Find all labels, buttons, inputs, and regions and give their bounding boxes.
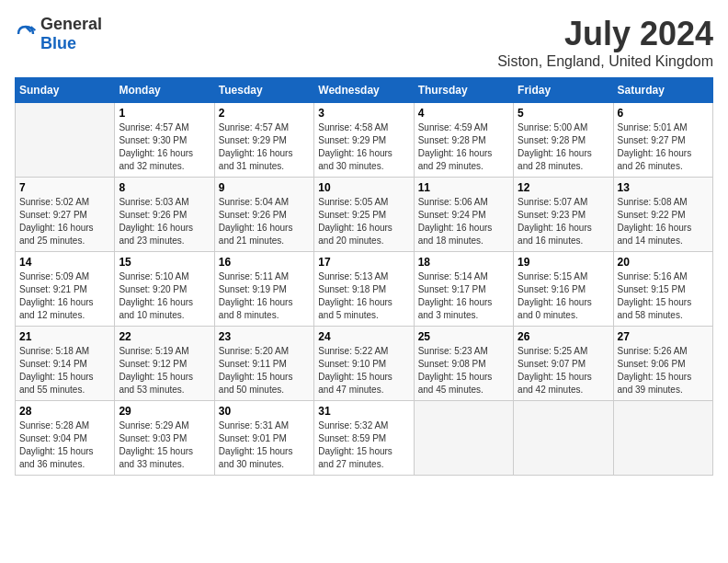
calendar-cell: 10Sunrise: 5:05 AM Sunset: 9:25 PM Dayli… — [314, 178, 414, 252]
day-info: Sunrise: 4:57 AM Sunset: 9:30 PM Dayligh… — [119, 121, 210, 173]
day-info: Sunrise: 4:59 AM Sunset: 9:28 PM Dayligh… — [418, 121, 509, 173]
day-info: Sunrise: 5:03 AM Sunset: 9:26 PM Dayligh… — [119, 196, 210, 247]
day-info: Sunrise: 5:01 AM Sunset: 9:27 PM Dayligh… — [618, 121, 709, 173]
day-number: 26 — [518, 330, 609, 343]
day-number: 20 — [618, 256, 709, 269]
calendar-cell: 5Sunrise: 5:00 AM Sunset: 9:28 PM Daylig… — [514, 103, 613, 178]
calendar-cell: 17Sunrise: 5:13 AM Sunset: 9:18 PM Dayli… — [314, 252, 414, 327]
calendar-cell: 27Sunrise: 5:26 AM Sunset: 9:06 PM Dayli… — [613, 327, 712, 401]
day-number: 17 — [318, 256, 409, 269]
calendar-cell: 28Sunrise: 5:28 AM Sunset: 9:04 PM Dayli… — [16, 401, 115, 476]
calendar-cell — [514, 401, 613, 476]
calendar-cell: 2Sunrise: 4:57 AM Sunset: 9:29 PM Daylig… — [214, 103, 313, 178]
day-info: Sunrise: 5:20 AM Sunset: 9:11 PM Dayligh… — [219, 345, 310, 396]
day-number: 25 — [418, 330, 509, 343]
day-info: Sunrise: 4:57 AM Sunset: 9:29 PM Dayligh… — [219, 121, 310, 173]
logo-icon — [15, 23, 37, 45]
header-day-tuesday: Tuesday — [214, 78, 313, 103]
day-number: 24 — [318, 330, 409, 343]
day-number: 27 — [618, 330, 709, 343]
day-number: 11 — [418, 181, 509, 194]
day-info: Sunrise: 5:15 AM Sunset: 9:16 PM Dayligh… — [518, 270, 609, 322]
calendar-header: SundayMondayTuesdayWednesdayThursdayFrid… — [16, 78, 713, 103]
calendar-cell: 16Sunrise: 5:11 AM Sunset: 9:19 PM Dayli… — [214, 252, 313, 327]
calendar-cell: 20Sunrise: 5:16 AM Sunset: 9:15 PM Dayli… — [613, 252, 712, 327]
header-day-sunday: Sunday — [16, 78, 115, 103]
day-number: 18 — [418, 256, 509, 269]
week-row-1: 1Sunrise: 4:57 AM Sunset: 9:30 PM Daylig… — [16, 103, 713, 178]
calendar-cell: 24Sunrise: 5:22 AM Sunset: 9:10 PM Dayli… — [314, 327, 414, 401]
day-number: 19 — [518, 256, 609, 269]
week-row-4: 21Sunrise: 5:18 AM Sunset: 9:14 PM Dayli… — [16, 327, 713, 401]
day-info: Sunrise: 5:05 AM Sunset: 9:25 PM Dayligh… — [318, 196, 409, 247]
calendar-cell: 8Sunrise: 5:03 AM Sunset: 9:26 PM Daylig… — [115, 178, 214, 252]
calendar-cell: 3Sunrise: 4:58 AM Sunset: 9:29 PM Daylig… — [314, 103, 414, 178]
header-day-saturday: Saturday — [613, 78, 712, 103]
calendar-cell: 11Sunrise: 5:06 AM Sunset: 9:24 PM Dayli… — [414, 178, 513, 252]
calendar-cell: 29Sunrise: 5:29 AM Sunset: 9:03 PM Dayli… — [115, 401, 214, 476]
calendar-cell: 26Sunrise: 5:25 AM Sunset: 9:07 PM Dayli… — [514, 327, 613, 401]
day-info: Sunrise: 5:23 AM Sunset: 9:08 PM Dayligh… — [418, 345, 509, 396]
week-row-3: 14Sunrise: 5:09 AM Sunset: 9:21 PM Dayli… — [16, 252, 713, 327]
day-info: Sunrise: 5:11 AM Sunset: 9:19 PM Dayligh… — [219, 270, 310, 322]
calendar-cell: 4Sunrise: 4:59 AM Sunset: 9:28 PM Daylig… — [414, 103, 513, 178]
calendar-cell: 12Sunrise: 5:07 AM Sunset: 9:23 PM Dayli… — [514, 178, 613, 252]
day-number: 21 — [19, 330, 110, 343]
calendar-cell: 9Sunrise: 5:04 AM Sunset: 9:26 PM Daylig… — [214, 178, 313, 252]
day-info: Sunrise: 5:19 AM Sunset: 9:12 PM Dayligh… — [119, 345, 210, 396]
calendar-cell: 14Sunrise: 5:09 AM Sunset: 9:21 PM Dayli… — [16, 252, 115, 327]
calendar-cell: 15Sunrise: 5:10 AM Sunset: 9:20 PM Dayli… — [115, 252, 214, 327]
day-info: Sunrise: 5:02 AM Sunset: 9:27 PM Dayligh… — [19, 196, 110, 247]
title-area: July 2024 Siston, England, United Kingdo… — [497, 15, 713, 70]
day-number: 29 — [119, 405, 210, 418]
header: General Blue July 2024 Siston, England, … — [15, 15, 713, 70]
day-number: 3 — [318, 107, 409, 120]
header-row: SundayMondayTuesdayWednesdayThursdayFrid… — [16, 78, 713, 103]
day-number: 14 — [19, 256, 110, 269]
calendar-cell: 25Sunrise: 5:23 AM Sunset: 9:08 PM Dayli… — [414, 327, 513, 401]
day-number: 10 — [318, 181, 409, 194]
day-info: Sunrise: 5:06 AM Sunset: 9:24 PM Dayligh… — [418, 196, 509, 247]
calendar-cell: 1Sunrise: 4:57 AM Sunset: 9:30 PM Daylig… — [115, 103, 214, 178]
header-day-monday: Monday — [115, 78, 214, 103]
day-info: Sunrise: 5:09 AM Sunset: 9:21 PM Dayligh… — [19, 270, 110, 322]
month-title: July 2024 — [497, 15, 713, 53]
day-number: 7 — [19, 181, 110, 194]
calendar-cell: 30Sunrise: 5:31 AM Sunset: 9:01 PM Dayli… — [214, 401, 313, 476]
header-day-friday: Friday — [514, 78, 613, 103]
day-number: 4 — [418, 107, 509, 120]
day-info: Sunrise: 5:28 AM Sunset: 9:04 PM Dayligh… — [19, 419, 110, 471]
day-info: Sunrise: 5:16 AM Sunset: 9:15 PM Dayligh… — [618, 270, 709, 322]
day-number: 15 — [119, 256, 210, 269]
day-number: 9 — [219, 181, 310, 194]
week-row-2: 7Sunrise: 5:02 AM Sunset: 9:27 PM Daylig… — [16, 178, 713, 252]
calendar-cell: 23Sunrise: 5:20 AM Sunset: 9:11 PM Dayli… — [214, 327, 313, 401]
calendar-cell — [613, 401, 712, 476]
calendar-cell: 19Sunrise: 5:15 AM Sunset: 9:16 PM Dayli… — [514, 252, 613, 327]
day-info: Sunrise: 5:04 AM Sunset: 9:26 PM Dayligh… — [219, 196, 310, 247]
calendar-table: SundayMondayTuesdayWednesdayThursdayFrid… — [15, 77, 713, 476]
calendar-cell: 21Sunrise: 5:18 AM Sunset: 9:14 PM Dayli… — [16, 327, 115, 401]
day-number: 23 — [219, 330, 310, 343]
day-number: 28 — [19, 405, 110, 418]
location-title: Siston, England, United Kingdom — [497, 53, 713, 70]
day-number: 1 — [119, 107, 210, 120]
calendar-cell — [16, 103, 115, 178]
logo-text: General Blue — [40, 15, 102, 53]
day-info: Sunrise: 5:10 AM Sunset: 9:20 PM Dayligh… — [119, 270, 210, 322]
calendar-cell: 13Sunrise: 5:08 AM Sunset: 9:22 PM Dayli… — [613, 178, 712, 252]
calendar-cell — [414, 401, 513, 476]
day-info: Sunrise: 5:22 AM Sunset: 9:10 PM Dayligh… — [318, 345, 409, 396]
day-info: Sunrise: 5:18 AM Sunset: 9:14 PM Dayligh… — [19, 345, 110, 396]
day-info: Sunrise: 5:29 AM Sunset: 9:03 PM Dayligh… — [119, 419, 210, 471]
day-info: Sunrise: 5:08 AM Sunset: 9:22 PM Dayligh… — [618, 196, 709, 247]
day-number: 22 — [119, 330, 210, 343]
day-number: 2 — [219, 107, 310, 120]
day-number: 13 — [618, 181, 709, 194]
calendar-cell: 18Sunrise: 5:14 AM Sunset: 9:17 PM Dayli… — [414, 252, 513, 327]
logo: General Blue — [15, 15, 102, 53]
day-number: 5 — [518, 107, 609, 120]
day-info: Sunrise: 4:58 AM Sunset: 9:29 PM Dayligh… — [318, 121, 409, 173]
day-info: Sunrise: 5:07 AM Sunset: 9:23 PM Dayligh… — [518, 196, 609, 247]
day-info: Sunrise: 5:13 AM Sunset: 9:18 PM Dayligh… — [318, 270, 409, 322]
